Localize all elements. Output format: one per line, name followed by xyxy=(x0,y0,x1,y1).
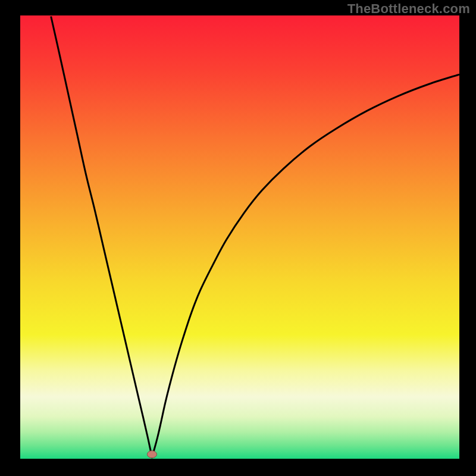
gradient-background xyxy=(20,15,459,459)
chart-svg xyxy=(20,15,459,459)
watermark-text: TheBottleneck.com xyxy=(347,1,470,17)
plot-area xyxy=(20,15,459,459)
chart-frame: TheBottleneck.com xyxy=(0,0,476,476)
optimal-point-marker xyxy=(147,451,156,458)
